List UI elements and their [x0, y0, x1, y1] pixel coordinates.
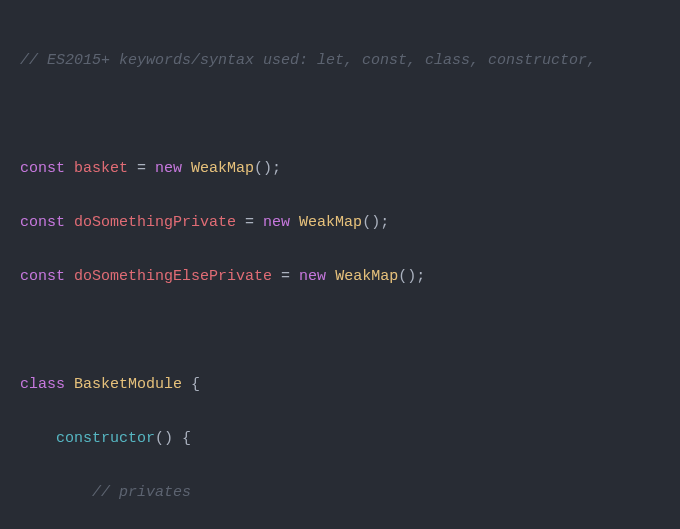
- keyword-class: class: [20, 376, 65, 393]
- constructor-keyword: constructor: [56, 430, 155, 447]
- code-line: // ES2015+ keywords/syntax used: let, co…: [20, 47, 660, 74]
- space: [173, 430, 182, 447]
- punct: ();: [398, 268, 425, 285]
- space: [326, 268, 335, 285]
- class-weakmap: WeakMap: [299, 214, 362, 231]
- operator: =: [128, 160, 155, 177]
- code-line: class BasketModule {: [20, 371, 660, 398]
- code-line: const basket = new WeakMap();: [20, 155, 660, 182]
- code-line: // privates: [20, 479, 660, 506]
- code-block: // ES2015+ keywords/syntax used: let, co…: [0, 0, 680, 529]
- keyword-new: new: [263, 214, 290, 231]
- var-dosomethingelseprivate: doSomethingElsePrivate: [74, 268, 272, 285]
- keyword-const: const: [20, 160, 65, 177]
- brace: {: [182, 430, 191, 447]
- code-line: const doSomethingElsePrivate = new WeakM…: [20, 263, 660, 290]
- punct: ();: [254, 160, 281, 177]
- space: [290, 214, 299, 231]
- code-line: const doSomethingPrivate = new WeakMap()…: [20, 209, 660, 236]
- class-basketmodule: BasketModule: [74, 376, 182, 393]
- space: [182, 160, 191, 177]
- keyword-const: const: [20, 268, 65, 285]
- space: [182, 376, 191, 393]
- operator: =: [272, 268, 299, 285]
- space: [65, 376, 74, 393]
- code-line: [20, 317, 660, 344]
- comment: // ES2015+ keywords/syntax used: let, co…: [20, 52, 596, 69]
- class-weakmap: WeakMap: [191, 160, 254, 177]
- operator: =: [236, 214, 263, 231]
- comment: // privates: [92, 484, 191, 501]
- var-dosomethingprivate: doSomethingPrivate: [74, 214, 236, 231]
- keyword-new: new: [299, 268, 326, 285]
- paren: (): [155, 430, 173, 447]
- class-weakmap: WeakMap: [335, 268, 398, 285]
- code-line: [20, 101, 660, 128]
- punct: ();: [362, 214, 389, 231]
- brace: {: [191, 376, 200, 393]
- code-line: constructor() {: [20, 425, 660, 452]
- keyword-const: const: [20, 214, 65, 231]
- var-basket: basket: [74, 160, 128, 177]
- keyword-new: new: [155, 160, 182, 177]
